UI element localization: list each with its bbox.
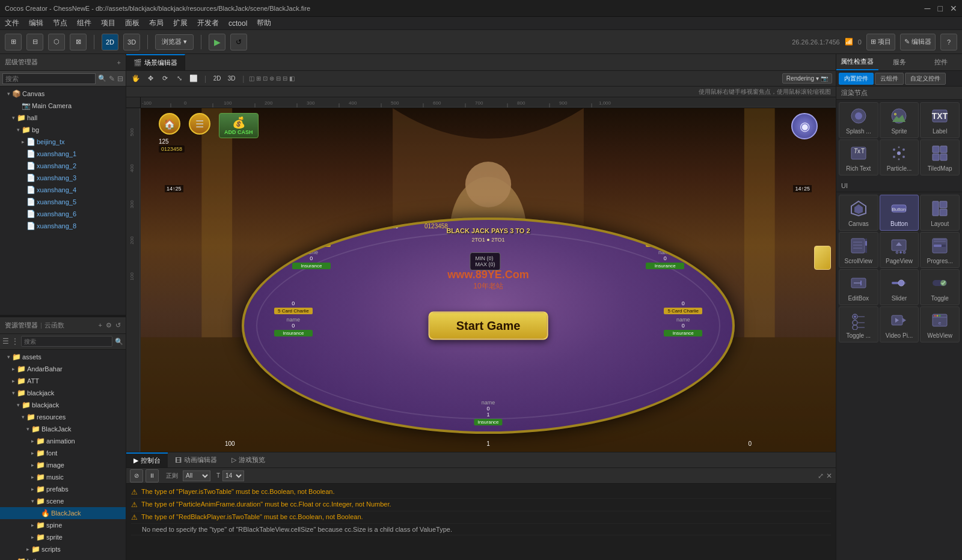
menu-file[interactable]: 文件: [5, 18, 19, 28]
toolbar-btn-4[interactable]: ⊠: [70, 34, 87, 50]
editor-btn[interactable]: ✎ 编辑器: [900, 34, 936, 50]
menu-cctool[interactable]: cctool: [228, 19, 247, 28]
tree-canvas[interactable]: ▾ 📦 Canvas: [0, 88, 126, 100]
assets-tree-resources[interactable]: ▾📁resources: [0, 411, 126, 423]
viewport-area[interactable]: BLACK JACK PAYS 3 TO 2 2TO1 ● 2TO1 Start…: [141, 108, 836, 452]
assets-refresh-icon[interactable]: ↺: [115, 321, 121, 329]
console-filter-select[interactable]: All Warn Error: [183, 470, 210, 481]
project-btn[interactable]: ⊞ 项目: [866, 34, 895, 50]
rendering-btn[interactable]: Rendering ▾ 📷: [782, 73, 832, 84]
toolbar-btn-3[interactable]: ⬡: [48, 34, 65, 50]
tree-xuan2[interactable]: 📄 xuanshang_2: [0, 160, 126, 172]
scene-tb-hand[interactable]: 🖐: [130, 73, 142, 85]
component-slider[interactable]: Slider: [880, 269, 919, 305]
component-toggle[interactable]: Toggle: [920, 269, 960, 305]
mode-3d-btn[interactable]: 3D: [123, 34, 140, 50]
toolbar-btn-1[interactable]: ⊞: [5, 34, 22, 50]
menu-layout[interactable]: 布局: [149, 18, 164, 28]
tree-beijing[interactable]: ▸ 📄 beijing_tx: [0, 136, 126, 148]
right-sub-tab-custom[interactable]: 自定义控件: [905, 73, 946, 85]
assets-list-view-icon[interactable]: ☰: [2, 337, 9, 345]
component-splash[interactable]: Splash ...: [839, 102, 878, 138]
coin-button[interactable]: ◉: [791, 113, 818, 139]
assets-tree-att[interactable]: ▸📁ATT: [0, 375, 126, 387]
console-pause-btn[interactable]: ⏸: [146, 469, 159, 482]
assets-tree-font[interactable]: ▸📁font: [0, 447, 126, 459]
assets-search-input[interactable]: [24, 338, 109, 345]
right-tab-service[interactable]: 服务: [878, 54, 921, 70]
component-video[interactable]: Video Pi...: [880, 306, 919, 342]
scene-tb-2d-icon[interactable]: 2D: [211, 73, 223, 85]
assets-tree-BlackJack-folder[interactable]: ▾📁BlackJack: [0, 423, 126, 435]
hierarchy-icon-1[interactable]: ✎: [109, 75, 115, 83]
scene-editor-tab[interactable]: 🎬 场景编辑器: [126, 54, 185, 70]
assets-settings-icon[interactable]: ⚙: [106, 321, 112, 329]
minimize-btn[interactable]: ─: [925, 4, 931, 13]
tree-bg[interactable]: ▾ 📁 bg: [0, 124, 126, 136]
assets-tree-image[interactable]: ▸📁image: [0, 459, 126, 471]
console-tab-game[interactable]: ▷ 游戏预览: [224, 452, 272, 467]
assets-tree-sprite[interactable]: ▸📁sprite: [0, 531, 126, 543]
home-button[interactable]: 🏠: [159, 113, 180, 135]
tree-xuan4[interactable]: 📄 xuanshang_4: [0, 184, 126, 196]
tree-hall[interactable]: ▾ 📁 hall: [0, 112, 126, 124]
assets-tree-assets[interactable]: ▾📁assets: [0, 351, 126, 363]
scene-tb-move[interactable]: ✥: [144, 73, 156, 85]
menu-dev[interactable]: 开发者: [197, 18, 219, 28]
component-togglegroup[interactable]: Toggle ...: [839, 306, 878, 342]
close-btn[interactable]: ✕: [950, 4, 957, 13]
component-canvas[interactable]: Canvas: [839, 195, 878, 231]
cloud-title[interactable]: 云函数: [44, 321, 64, 330]
scene-tb-rect[interactable]: ⬜: [188, 73, 200, 85]
right-tab-controls[interactable]: 控件: [920, 54, 962, 70]
component-layout[interactable]: Layout: [920, 195, 960, 231]
start-game-button[interactable]: Start Game: [429, 312, 548, 340]
right-sub-tab-builtin[interactable]: 内置控件: [839, 73, 874, 85]
component-richtext[interactable]: T x T Rich Text: [839, 139, 878, 175]
console-tab-anim[interactable]: 🎞 动画编辑器: [168, 452, 224, 467]
toolbar-btn-2[interactable]: ⊟: [26, 34, 43, 50]
tree-xuan3[interactable]: 📄 xuanshang_3: [0, 172, 126, 184]
assets-tree-prefabs[interactable]: ▸📁prefabs: [0, 483, 126, 495]
component-label[interactable]: TXT Label: [920, 102, 960, 138]
maximize-btn[interactable]: □: [938, 4, 943, 13]
scene-tb-scale[interactable]: ⤡: [173, 73, 185, 85]
menu-panel[interactable]: 面板: [125, 18, 139, 28]
tree-xuan1[interactable]: 📄 xuanshang_1: [0, 148, 126, 160]
assets-tree-blackjack2[interactable]: ▾📁blackjack: [0, 399, 126, 411]
assets-tree-music[interactable]: ▸📁music: [0, 471, 126, 483]
component-sprite[interactable]: Sprite: [880, 102, 919, 138]
tree-xuan8[interactable]: 📄 xuanshang_8: [0, 220, 126, 232]
hierarchy-icon-2[interactable]: ⊟: [117, 75, 123, 83]
menu-project[interactable]: 项目: [101, 18, 115, 28]
component-scrollview[interactable]: ScrollView: [839, 232, 878, 268]
right-sub-tab-cloud[interactable]: 云组件: [875, 73, 904, 85]
component-webview[interactable]: e WebView: [920, 306, 960, 342]
hierarchy-search-input[interactable]: [2, 73, 96, 84]
menu-extend[interactable]: 扩展: [173, 18, 188, 28]
console-size-select[interactable]: 14 12 16: [222, 470, 244, 481]
tree-main-camera[interactable]: 📷 Main Camera: [0, 100, 126, 112]
assets-tree-spine[interactable]: ▸📁spine: [0, 519, 126, 531]
menu-edit[interactable]: 编辑: [29, 18, 43, 28]
right-tab-properties[interactable]: 属性检查器: [836, 54, 878, 70]
play-btn[interactable]: ▶: [209, 34, 225, 50]
assets-tree-brtb[interactable]: ▸📁brtb: [0, 555, 126, 560]
component-editbox[interactable]: EditBox: [839, 269, 878, 305]
scene-tb-rotate[interactable]: ⟳: [159, 73, 171, 85]
scene-tb-3d-icon[interactable]: 3D: [225, 73, 237, 85]
assets-tree-animation[interactable]: ▸📁animation: [0, 435, 126, 447]
component-pageview[interactable]: PageView: [880, 232, 919, 268]
component-button[interactable]: Button Button: [880, 195, 919, 231]
mode-2d-btn[interactable]: 2D: [102, 34, 118, 50]
add-cash-button[interactable]: 💰 ADD CASH: [219, 113, 259, 138]
hierarchy-add-icon[interactable]: +: [117, 59, 121, 66]
refresh-btn[interactable]: ↺: [230, 34, 247, 50]
assets-tree-view-icon[interactable]: ⋮: [11, 337, 19, 345]
menu-help[interactable]: 帮助: [257, 18, 271, 28]
menu-node[interactable]: 节点: [53, 18, 67, 28]
menu-button[interactable]: ☰: [189, 113, 210, 135]
console-expand-icon[interactable]: ⤢: [818, 472, 824, 480]
assets-tree-blackjack1[interactable]: ▾📁blackjack: [0, 387, 126, 399]
assets-add-icon[interactable]: +: [99, 321, 102, 329]
